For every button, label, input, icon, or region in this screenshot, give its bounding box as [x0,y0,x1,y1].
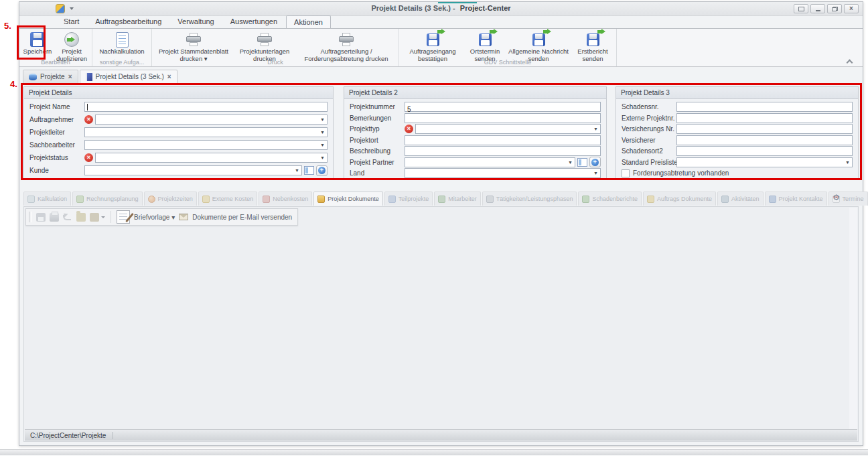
detail-tab-label: Tätigkeiten/Leistungsphasen [496,196,573,202]
activities-icon [721,196,729,203]
briefcase-icon [263,196,270,203]
ribbon-tab-auswertungen[interactable]: Auswertungen [223,15,285,28]
detail-tab-label: Rechnungsplanung [86,196,139,202]
open-folder-icon[interactable] [76,213,86,222]
detail-tab-label: Kalkulation [38,196,67,202]
close-tab-icon[interactable]: × [167,74,171,80]
window-title: Projekt Details (3 Sek.) - Project-Cente… [19,4,863,12]
detail-tab-projektzeiten[interactable]: Projektzeiten [144,192,197,206]
detail-tab-label: Nebenkosten [273,196,308,202]
email-versenden-button[interactable]: Dokumente per E-Mail versenden [192,214,292,221]
detail-tab-externe-kosten[interactable]: Externe Kosten [198,192,258,206]
ribbon-group-sonstige: Nachkalkulation sonstige Aufga... [92,29,152,66]
nachkalkulation-button[interactable]: Nachkalkulation [94,30,149,56]
annotation-step-5: 5. [4,21,11,31]
scrollbar-track[interactable] [849,208,857,429]
printer-icon [338,33,354,47]
detail-tab-aktivitaeten[interactable]: Aktivitäten [717,192,764,206]
snap-button[interactable] [794,4,808,13]
projects-icon [29,74,37,80]
ribbon-group-druck: Projekt Stammdatenblatt drucken ▾ Projek… [152,29,399,66]
task-list-icon [486,196,494,203]
detail-tab-nebenkosten[interactable]: Nebenkosten [259,192,312,206]
export-icon[interactable] [90,213,99,222]
email-icon [179,214,188,220]
save-document-icon[interactable] [36,213,46,222]
button-label: Nachkalkulation [99,48,144,56]
detail-tab-kalkulation[interactable]: Kalkulation [23,192,71,206]
detail-tab-label: Projektzeiten [158,196,193,202]
contacts-icon [769,196,776,203]
stammdatenblatt-drucken-button[interactable]: Projekt Stammdatenblatt drucken ▾ [154,30,233,63]
allgemeine-nachricht-button[interactable]: Allgemeine Nachricht senden [506,30,571,63]
close-button[interactable]: × [844,4,859,13]
detail-tab-rechnungsplanung[interactable]: Rechnungsplanung [72,192,143,206]
external-costs-icon [202,196,210,203]
printer-icon [257,33,273,47]
restore-button[interactable] [827,4,842,13]
detail-tab-label: Schadenberichte [592,196,638,202]
detail-tab-label: Aktivitäten [731,196,760,202]
projekt-duplizieren-button[interactable]: Projekt duplizieren [54,30,90,63]
send-save-icon [479,33,492,46]
undo-icon[interactable] [63,213,72,222]
close-tab-icon[interactable]: × [68,74,72,80]
minimize-icon [816,10,820,11]
detail-tab-projekt-kontakte[interactable]: Projekt Kontakte [765,192,827,206]
ribbon-group-gdv: Auftragseingang bestätigen Ortstermin se… [399,29,617,66]
invoice-planning-icon [76,196,84,203]
projekt-dokumente-panel: Briefvorlage ▾ Dokumente per E-Mail vers… [23,206,859,442]
tab-projekte[interactable]: Projekte × [23,70,78,83]
collapse-ribbon-icon[interactable] [847,58,852,64]
detail-tab-projekt-dokumente[interactable]: Projekt Dokumente [313,192,383,206]
detail-tab-label: Termine [843,196,864,202]
minimize-button[interactable] [810,4,825,13]
detail-tab-auftrags-dokumente[interactable]: Auftrags Dokumente [643,192,716,206]
ribbon-tab-aktionen[interactable]: Aktionen [286,15,331,28]
button-label: Briefvorlage [134,214,169,221]
detail-tab-schadenberichte[interactable]: Schadenberichte [578,192,642,206]
toolbar-separator [111,211,111,223]
recalculation-icon [116,32,129,48]
report-icon [582,196,589,203]
outer-statusbar [0,449,868,455]
chevron-down-icon[interactable] [101,216,105,218]
document-tab-bar: Projekte × Projekt Details (3 Sek.) × [23,70,863,83]
detail-tab-mitarbeiter[interactable]: Mitarbeiter [434,192,481,206]
screen: Projekt Details (3 Sek.) - Project-Cente… [0,0,868,456]
toolbar-grip[interactable] [29,212,32,222]
ortstermin-button[interactable]: Ortstermin senden [464,30,506,63]
gear-icon[interactable]: ⚙ [833,193,840,202]
briefvorlage-button[interactable]: Briefvorlage ▾ [134,214,175,221]
statusbar-divider [113,432,113,439]
ribbon-group-label: sonstige Aufga... [92,59,151,66]
ribbon-tab-verwaltung[interactable]: Verwaltung [170,15,221,28]
detail-tab-taetigkeiten[interactable]: Tätigkeiten/Leistungsphasen [482,192,577,206]
detail-tab-label: Projekt Kontakte [779,196,823,202]
clock-icon [148,196,155,203]
erstbericht-button[interactable]: Erstbericht senden [571,30,614,63]
ribbon-tab-start[interactable]: Start [56,15,86,28]
projektunterlagen-drucken-button[interactable]: Projektunterlagen drucken [233,30,296,63]
detail-tab-label: Mitarbeiter [448,196,477,202]
detail-tab-label: Externe Kosten [212,196,254,202]
tab-projekt-details[interactable]: Projekt Details (3 Sek.) × [80,70,177,83]
ribbon-tab-auftragsbearbeitung[interactable]: Auftragsbearbeitung [88,15,169,28]
folder-icon [317,196,325,203]
letter-template-icon [117,210,130,224]
tab-label: Projekt Details (3 Sek.) [96,73,164,80]
panel-statusbar: C:\ProjectCenter\Projekte [25,429,857,441]
printer-icon [186,33,202,47]
auftragserteilung-drucken-button[interactable]: Auftragserteilung / Forderungsabtretung … [296,30,396,63]
detail-tab-teilprojekte[interactable]: Teilprojekte [384,192,433,206]
annotation-step-4: 4. [10,79,17,89]
ribbon-tab-bar: Start Auftragsbearbeitung Verwaltung Aus… [19,15,863,28]
duplicate-icon [64,32,79,47]
accent-line [438,2,477,3]
print-document-icon[interactable] [50,213,59,222]
ribbon-group-label: Druck [152,59,399,66]
ribbon-group-label: Bearbeiten [19,59,92,66]
snap-icon [798,7,804,11]
annotation-box-form [21,83,862,180]
auftragseingang-button[interactable]: Auftragseingang bestätigen [401,30,464,63]
